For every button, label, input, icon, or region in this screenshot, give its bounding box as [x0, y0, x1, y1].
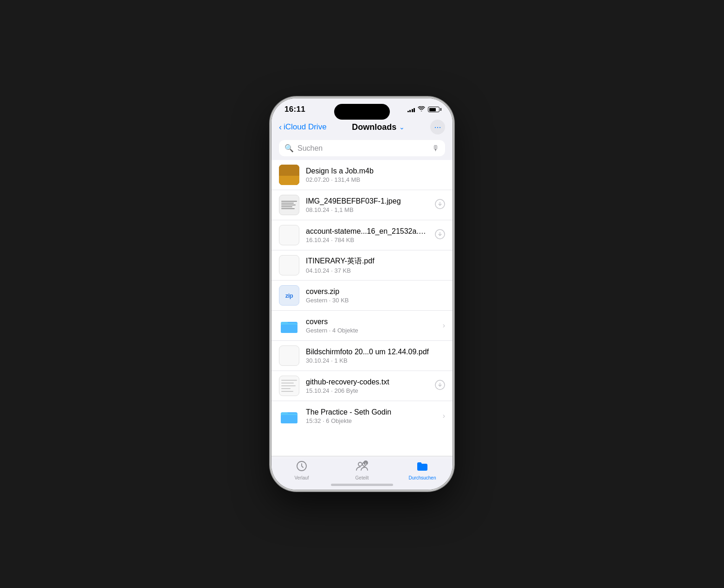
back-chevron-icon: ‹	[279, 123, 282, 131]
ellipsis-icon: ···	[434, 123, 441, 131]
file-info: github-recovery-codes.txt 15.10.24 · 206…	[306, 378, 428, 394]
file-meta: 02.07.20 · 131,4 MB	[306, 176, 445, 183]
list-item[interactable]: IMG_249EBEFBF03F-1.jpeg 08.10.24 · 1,1 M…	[272, 190, 452, 220]
phone-screen: 16:11	[272, 98, 452, 490]
file-meta: 04.10.24 · 37 KB	[306, 267, 445, 274]
list-item[interactable]: zip covers.zip Gestern · 30 KB	[272, 281, 452, 311]
list-item[interactable]: The Practice - Seth Godin 15:32 · 6 Obje…	[272, 401, 452, 431]
folder-fill-icon	[416, 460, 429, 474]
nav-title: Downloads	[352, 122, 396, 132]
file-name: ITINERARY-英语.pdf	[306, 256, 445, 266]
file-thumbnail	[279, 165, 299, 185]
file-info: account-stateme...16_en_21532a.pdf 16.10…	[306, 227, 428, 243]
file-info: Bildschirmfoto 20...0 um 12.44.09.pdf 30…	[306, 348, 445, 364]
file-thumbnail	[279, 255, 299, 275]
download-icon[interactable]	[435, 199, 445, 211]
file-info: covers.zip Gestern · 30 KB	[306, 288, 445, 304]
list-item[interactable]: account-stateme...16_en_21532a.pdf 16.10…	[272, 220, 452, 250]
phone-frame: 16:11	[272, 98, 452, 490]
list-item[interactable]: Bildschirmfoto 20...0 um 12.44.09.pdf 30…	[272, 341, 452, 371]
file-list: Design Is a Job.m4b 02.07.20 · 131,4 MB	[272, 160, 452, 459]
battery-icon	[428, 107, 440, 112]
file-thumbnail	[279, 225, 299, 245]
title-chevron-icon[interactable]: ⌄	[399, 123, 405, 131]
file-thumbnail	[279, 195, 299, 215]
download-icon[interactable]	[435, 380, 445, 392]
list-item[interactable]: ITINERARY-英语.pdf 04.10.24 · 37 KB	[272, 250, 452, 281]
list-item[interactable]: github-recovery-codes.txt 15.10.24 · 206…	[272, 371, 452, 401]
file-meta: 15.10.24 · 206 Byte	[306, 387, 428, 394]
tab-geteilt-label: Geteilt	[356, 475, 369, 480]
file-thumbnail	[279, 406, 299, 426]
file-thumbnail	[279, 376, 299, 396]
nav-bar: ‹ iCloud Drive Downloads ⌄ ···	[272, 118, 452, 138]
svg-rect-4	[281, 325, 297, 333]
dynamic-island	[334, 104, 390, 120]
tab-geteilt[interactable]: 1 Geteilt	[332, 460, 392, 480]
file-meta: Gestern · 4 Objekte	[306, 327, 436, 334]
file-thumbnail: zip	[279, 285, 299, 306]
search-bar[interactable]: 🔍 Suchen 🎙	[279, 140, 445, 156]
wifi-icon	[418, 106, 425, 113]
back-label: iCloud Drive	[284, 122, 327, 132]
file-info: The Practice - Seth Godin 15:32 · 6 Obje…	[306, 408, 436, 424]
chevron-right-icon: ›	[443, 412, 445, 420]
signal-icon	[407, 107, 415, 112]
search-input[interactable]: Suchen	[297, 144, 428, 153]
file-meta: Gestern · 30 KB	[306, 297, 445, 304]
tab-durchsuchen[interactable]: Durchsuchen	[392, 460, 452, 480]
svg-point-9	[358, 462, 362, 466]
file-info: ITINERARY-英语.pdf 04.10.24 · 37 KB	[306, 256, 445, 274]
nav-title-area: Downloads ⌄	[352, 122, 405, 132]
file-meta: 15:32 · 6 Objekte	[306, 417, 436, 424]
home-indicator	[331, 484, 393, 486]
tab-verlauf[interactable]: Verlauf	[272, 460, 332, 480]
list-item[interactable]: Design Is a Job.m4b 02.07.20 · 131,4 MB	[272, 160, 452, 190]
file-meta: 16.10.24 · 784 KB	[306, 236, 428, 243]
file-info: Design Is a Job.m4b 02.07.20 · 131,4 MB	[306, 167, 445, 183]
file-name: Design Is a Job.m4b	[306, 167, 445, 175]
tab-verlauf-label: Verlauf	[294, 475, 309, 480]
svg-rect-7	[281, 415, 297, 423]
status-icons	[407, 106, 440, 113]
file-meta: 08.10.24 · 1,1 MB	[306, 206, 428, 213]
file-name: Bildschirmfoto 20...0 um 12.44.09.pdf	[306, 348, 445, 356]
search-icon: 🔍	[284, 144, 294, 153]
person-2-icon: 1	[356, 460, 368, 474]
file-thumbnail	[279, 345, 299, 366]
file-thumbnail	[279, 315, 299, 336]
status-time: 16:11	[284, 105, 305, 114]
file-info: IMG_249EBEFBF03F-1.jpeg 08.10.24 · 1,1 M…	[306, 197, 428, 213]
file-meta: 30.10.24 · 1 KB	[306, 357, 445, 364]
file-info: covers Gestern · 4 Objekte	[306, 318, 436, 334]
file-name: IMG_249EBEFBF03F-1.jpeg	[306, 197, 428, 205]
file-name: The Practice - Seth Godin	[306, 408, 436, 416]
file-name: account-stateme...16_en_21532a.pdf	[306, 227, 428, 236]
tab-durchsuchen-label: Durchsuchen	[409, 475, 436, 480]
file-name: github-recovery-codes.txt	[306, 378, 428, 386]
clock-icon	[296, 460, 308, 474]
more-button[interactable]: ···	[430, 120, 445, 134]
back-button[interactable]: ‹ iCloud Drive	[279, 122, 327, 132]
list-item[interactable]: covers Gestern · 4 Objekte ›	[272, 311, 452, 341]
chevron-right-icon: ›	[443, 321, 445, 330]
file-name: covers	[306, 318, 436, 326]
download-icon[interactable]	[435, 229, 445, 242]
file-name: covers.zip	[306, 288, 445, 296]
mic-icon[interactable]: 🎙	[432, 144, 440, 153]
